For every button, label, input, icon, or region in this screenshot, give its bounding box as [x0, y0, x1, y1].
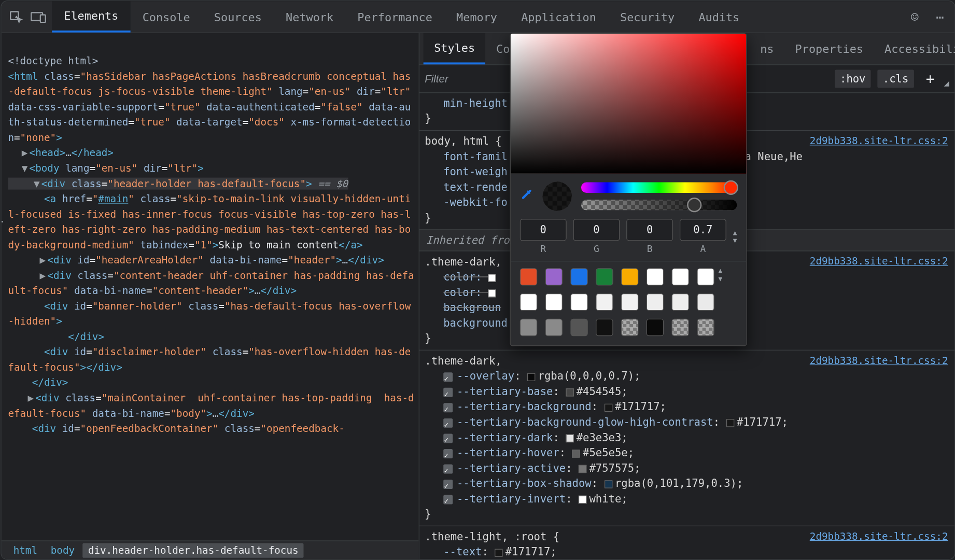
palette-swatch[interactable]	[647, 293, 664, 311]
color-swatch-icon[interactable]	[488, 289, 496, 297]
css-prop[interactable]: font-famil	[443, 150, 508, 163]
palette-swatch[interactable]	[570, 268, 587, 285]
tab-security[interactable]: Security	[608, 1, 686, 32]
color-swatch-icon[interactable]	[604, 480, 612, 488]
toggle-check-icon[interactable]	[443, 388, 453, 397]
feedback-smile-icon[interactable]: ☺	[905, 9, 924, 25]
css-prop[interactable]: backgroun	[443, 301, 501, 314]
palette-swatch[interactable]	[621, 319, 638, 336]
css-prop[interactable]: font-weigh	[443, 165, 508, 178]
palette-swatch[interactable]	[621, 268, 638, 285]
palette-swatch[interactable]	[672, 293, 689, 311]
rule-block[interactable]: 2d9bb338.site-ltr.css:2 .theme-light, :r…	[419, 526, 954, 559]
css-prop[interactable]: --tertiary-active	[457, 462, 566, 474]
subtab-accessibility[interactable]: Accessibility	[874, 33, 955, 64]
g-input[interactable]	[573, 219, 620, 241]
hue-thumb-icon[interactable]	[724, 180, 738, 195]
source-link[interactable]: 2d9bb338.site-ltr.css:2	[810, 254, 948, 270]
css-value[interactable]: #171717	[615, 401, 660, 413]
tab-console[interactable]: Console	[131, 1, 202, 32]
css-prop[interactable]: -webkit-fo	[443, 196, 508, 208]
saturation-value-area[interactable]	[511, 34, 747, 174]
color-swatch-icon[interactable]	[604, 403, 612, 411]
alpha-slider[interactable]	[581, 200, 737, 211]
palette-swatch[interactable]	[672, 319, 689, 336]
tab-audits[interactable]: Audits	[686, 1, 751, 32]
css-prop[interactable]: color:	[443, 271, 482, 283]
color-swatch-icon[interactable]	[726, 419, 734, 427]
subtab-properties[interactable]: Properties	[784, 33, 874, 64]
css-prop[interactable]: --overlay	[457, 370, 514, 383]
expand-triangle-icon[interactable]: ▶	[38, 268, 47, 284]
palette-swatch[interactable]	[647, 268, 664, 285]
rule-block[interactable]: 2d9bb338.site-ltr.css:2 .theme-dark, --o…	[419, 351, 954, 526]
palette-switch-icon[interactable]: ▲▼	[718, 268, 722, 282]
collapse-triangle-icon[interactable]: ▼	[32, 176, 41, 192]
eyedropper-icon[interactable]	[520, 188, 533, 204]
palette-swatch[interactable]	[520, 319, 537, 336]
color-swatch-icon[interactable]	[572, 450, 580, 457]
css-value[interactable]: #454545	[577, 385, 622, 398]
source-link[interactable]: 2d9bb338.site-ltr.css:2	[810, 529, 948, 544]
more-actions-icon[interactable]	[944, 81, 949, 86]
palette-swatch[interactable]	[697, 293, 714, 311]
palette-swatch[interactable]	[697, 319, 714, 336]
href-link[interactable]: #main	[98, 193, 128, 205]
color-swatch-icon[interactable]	[495, 549, 502, 556]
more-menu-icon[interactable]: ⋯	[931, 9, 949, 25]
palette-swatch[interactable]	[520, 268, 537, 285]
css-prop[interactable]: --tertiary-background-glow-high-contrast	[457, 416, 713, 428]
css-value[interactable]: #171717	[505, 546, 551, 558]
css-value[interactable]: white	[589, 493, 621, 505]
css-prop[interactable]: --tertiary-base	[457, 385, 553, 398]
color-swatch-icon[interactable]	[566, 435, 573, 442]
toggle-check-icon[interactable]	[443, 495, 453, 504]
crumb-body[interactable]: body	[45, 543, 80, 557]
toggle-check-icon[interactable]	[443, 372, 453, 382]
expand-triangle-icon[interactable]: ▶	[38, 253, 47, 269]
inspect-element-icon[interactable]	[7, 7, 25, 26]
tab-sources[interactable]: Sources	[202, 1, 274, 32]
css-prop[interactable]: --tertiary-dark	[457, 431, 553, 444]
palette-swatch[interactable]	[570, 293, 587, 311]
css-prop[interactable]: min-height	[443, 97, 508, 109]
tab-memory[interactable]: Memory	[444, 1, 509, 32]
palette-swatch[interactable]	[596, 293, 613, 311]
css-prop[interactable]: --tertiary-box-shadow	[457, 477, 592, 489]
toggle-check-icon[interactable]	[443, 449, 453, 458]
toggle-check-icon[interactable]	[443, 433, 453, 443]
css-value[interactable]: rgba(0,0,0,0.7)	[538, 370, 634, 383]
tab-network[interactable]: Network	[274, 1, 345, 32]
tab-elements[interactable]: Elements	[52, 1, 130, 32]
source-link[interactable]: 2d9bb338.site-ltr.css:2	[810, 134, 948, 149]
palette-swatch[interactable]	[672, 268, 689, 285]
toggle-check-icon[interactable]	[443, 418, 453, 428]
css-prop[interactable]: text-rende	[443, 181, 508, 193]
css-value[interactable]: #e3e3e3	[577, 431, 622, 444]
palette-swatch[interactable]	[596, 268, 613, 285]
css-value[interactable]: #5e5e5e	[583, 446, 628, 459]
r-input[interactable]	[520, 219, 567, 241]
tab-performance[interactable]: Performance	[345, 1, 444, 32]
expand-triangle-icon[interactable]: ▶	[26, 390, 35, 406]
expand-triangle-icon[interactable]: ▶	[20, 146, 30, 161]
palette-swatch[interactable]	[596, 319, 613, 336]
b-input[interactable]	[626, 219, 673, 241]
palette-swatch[interactable]	[621, 293, 638, 311]
dom-doctype[interactable]: <!doctype html>	[8, 55, 98, 67]
css-prop[interactable]: --tertiary-background	[457, 401, 592, 413]
toggle-check-icon[interactable]	[443, 480, 453, 489]
css-prop[interactable]: background	[443, 317, 508, 329]
color-swatch-icon[interactable]	[488, 274, 496, 282]
palette-swatch[interactable]	[545, 319, 563, 336]
css-prop[interactable]: color:	[443, 286, 482, 299]
new-rule-button[interactable]: +	[920, 71, 940, 87]
palette-swatch[interactable]	[647, 319, 664, 336]
color-swatch-icon[interactable]	[579, 496, 586, 503]
css-selector[interactable]: .theme-dark,	[425, 256, 501, 268]
css-value[interactable]: #171717	[737, 416, 782, 428]
subtab-styles[interactable]: Styles	[424, 33, 486, 64]
format-switch-icon[interactable]: ▲▼	[733, 230, 737, 243]
color-swatch-icon[interactable]	[527, 373, 535, 381]
crumb-selected[interactable]: div.header-holder.has-default-focus	[83, 543, 304, 557]
